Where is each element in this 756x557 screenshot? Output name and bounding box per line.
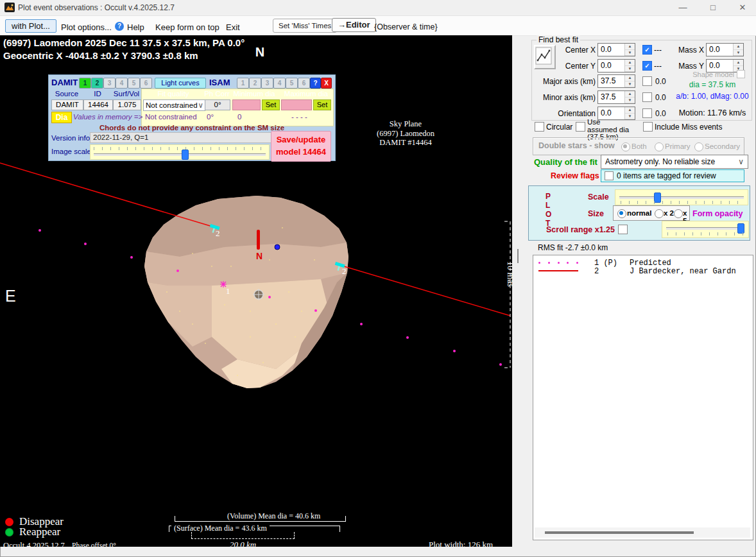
center-x-value[interactable]: 0.0 <box>598 44 624 56</box>
observation-row-id[interactable]: 1 (P) <box>594 259 617 268</box>
set-miss-times-button[interactable]: Set 'Miss' Times <box>273 19 337 33</box>
surfvol-value: 1.075 <box>113 99 141 110</box>
isam-model-5-button[interactable]: 5 <box>286 78 298 89</box>
mass-x-value[interactable]: 0.0 <box>707 44 733 56</box>
orientation-spinner[interactable]: 0.0 ▲▼ <box>597 107 635 120</box>
form-opacity-slider[interactable] <box>662 221 749 238</box>
isam-model-4-button[interactable]: 4 <box>273 78 286 89</box>
center-x-spinner[interactable]: 0.0 ▲▼ <box>597 43 635 56</box>
circular-checkbox[interactable] <box>535 122 544 132</box>
dia-button[interactable]: Dia <box>51 112 72 123</box>
major-axis-value[interactable]: 37.5 <box>598 75 624 87</box>
close-button[interactable]: ✕ <box>732 1 753 14</box>
save-line2: model 14464 <box>271 146 331 158</box>
editor-button[interactable]: →Editor <box>332 18 376 32</box>
mass-x-arrows[interactable]: ▲▼ <box>733 44 743 56</box>
chord-2-line-sample <box>538 270 578 271</box>
damit-model-6-button[interactable]: 6 <box>140 78 152 89</box>
light-curves-button[interactable]: Light curves <box>155 78 206 89</box>
minor-axis-arrows[interactable]: ▲▼ <box>624 91 635 103</box>
center-x-checkbox[interactable]: ✓ <box>642 45 652 55</box>
listbox-hscrollbar-thumb[interactable] <box>545 531 694 534</box>
max-dia-set-button[interactable]: Set <box>313 99 331 110</box>
save-update-model-button[interactable]: Save/update model 14464 <box>271 131 331 162</box>
center-y-spinner[interactable]: 0.0 ▲▼ <box>597 59 635 73</box>
center-y-value[interactable]: 0.0 <box>598 60 624 72</box>
major-axis-checkbox[interactable] <box>642 76 652 86</box>
center-y-arrows[interactable]: ▲▼ <box>624 60 635 72</box>
size-normal-radio[interactable] <box>617 209 626 218</box>
orientation-arrows[interactable]: ▲▼ <box>624 107 635 119</box>
sky-plane-plot[interactable]: (6997) Laomedon 2025 Dec 11 37.5 x 37.5 … <box>0 35 512 547</box>
observation-row-name[interactable]: J Bardecker, near Gardn <box>630 267 736 276</box>
minor-axis-value[interactable]: 37.5 <box>598 91 624 103</box>
motion-readout: Motion: 11.76 km/s <box>671 108 753 117</box>
damit-model-2-button[interactable]: 2 <box>91 78 103 89</box>
mass-x-spinner[interactable]: 0.0 ▲▼ <box>706 43 744 56</box>
minor-axis-spinner[interactable]: 37.5 ▲▼ <box>597 90 635 104</box>
damit-model-5-button[interactable]: 5 <box>128 78 140 89</box>
orientation-label: Orientation <box>542 109 596 118</box>
size-label: Size <box>588 209 604 218</box>
damit-model-1-button[interactable]: 1 <box>79 78 91 89</box>
fit-quality-dropdown[interactable]: Not constrained ∨ <box>143 99 205 111</box>
minimize-button[interactable]: — <box>672 1 694 14</box>
volume-dia-bracket: (Volume) Mean dia = 40.6 km <box>175 516 346 522</box>
center-x-arrows[interactable]: ▲▼ <box>624 44 635 56</box>
menu-help[interactable]: Help <box>127 22 144 32</box>
scroll-range-label: Scroll range x1.25 <box>546 225 615 234</box>
plot-controls-panel: P L O T Scale Size normal x 2 x 5 Form o… <box>528 185 750 241</box>
include-miss-checkbox[interactable] <box>643 122 653 132</box>
panel-close-button[interactable]: X <box>321 78 332 89</box>
double-both-radio[interactable] <box>621 142 630 151</box>
menu-keep-form-on-top[interactable]: Keep form on top <box>155 22 219 32</box>
major-axis-arrows[interactable]: ▲▼ <box>624 75 635 87</box>
observations-listbox[interactable]: 1 (P) Predicted 2 J Bardecker, near Gard… <box>533 255 753 540</box>
listbox-hscrollbar[interactable] <box>535 527 750 538</box>
double-primary-radio[interactable] <box>655 142 664 151</box>
assumed-dia-checkbox[interactable] <box>576 122 585 132</box>
damit-model-3-button[interactable]: 3 <box>103 78 116 89</box>
quality-dropdown[interactable]: Astrometry only. No reliable size ∨ <box>601 155 748 169</box>
isam-label: ISAM <box>209 78 230 87</box>
isam-model-2-button[interactable]: 2 <box>249 78 261 89</box>
maximize-button[interactable]: □ <box>702 1 724 14</box>
observation-row-name[interactable]: Predicted <box>630 259 671 268</box>
ph-corr-value[interactable]: 0° <box>205 99 230 110</box>
double-secondary-radio[interactable] <box>694 142 703 151</box>
menu-exit[interactable]: Exit <box>226 22 240 32</box>
splitter-handle[interactable] <box>517 249 519 263</box>
scale-bar-bracket: 20.0 km <box>191 532 295 539</box>
orientation-checkbox[interactable] <box>642 108 652 118</box>
scroll-range-checkbox[interactable] <box>618 225 628 234</box>
image-scale-slider[interactable] <box>90 144 270 160</box>
panel-help-button[interactable]: ? <box>310 78 321 89</box>
min-dia-set-button[interactable]: Set <box>262 99 280 110</box>
observation-row-id[interactable]: 2 <box>594 267 599 276</box>
major-axis-spinner[interactable]: 37.5 ▲▼ <box>597 74 635 88</box>
damit-model-4-button[interactable]: 4 <box>116 78 128 89</box>
min-dia-input[interactable] <box>232 99 261 110</box>
center-y-checkbox[interactable]: ✓ <box>642 61 652 71</box>
chord-1-line-sample <box>538 262 578 264</box>
size-x5-radio[interactable] <box>674 209 683 218</box>
shape-model-label: Shape model <box>680 71 734 78</box>
size-x2-radio[interactable] <box>655 209 664 218</box>
menu-with-plot[interactable]: with Plot... <box>5 19 56 33</box>
max-dia-input[interactable] <box>281 99 312 110</box>
orientation-value[interactable]: 0.0 <box>598 107 624 119</box>
shape-model-checkbox[interactable] <box>737 70 745 78</box>
menu-plot-options[interactable]: Plot options... <box>61 22 112 32</box>
review-flags-text: 0 items are tagged for review <box>617 171 716 180</box>
reappear-label: Reappear <box>19 526 60 538</box>
isam-model-1-button[interactable]: 1 <box>237 78 249 89</box>
review-flags-checkbox[interactable] <box>605 171 614 180</box>
save-line1: Save/update <box>271 133 331 146</box>
isam-model-6-button[interactable]: 6 <box>298 78 310 89</box>
asteroid-shape <box>144 196 348 388</box>
major-axis-zero: 0.0 <box>655 77 666 86</box>
image-scale-slider-thumb[interactable] <box>182 150 189 160</box>
scale-slider[interactable] <box>615 189 748 205</box>
isam-model-3-button[interactable]: 3 <box>261 78 273 89</box>
minor-axis-checkbox[interactable] <box>642 92 652 102</box>
